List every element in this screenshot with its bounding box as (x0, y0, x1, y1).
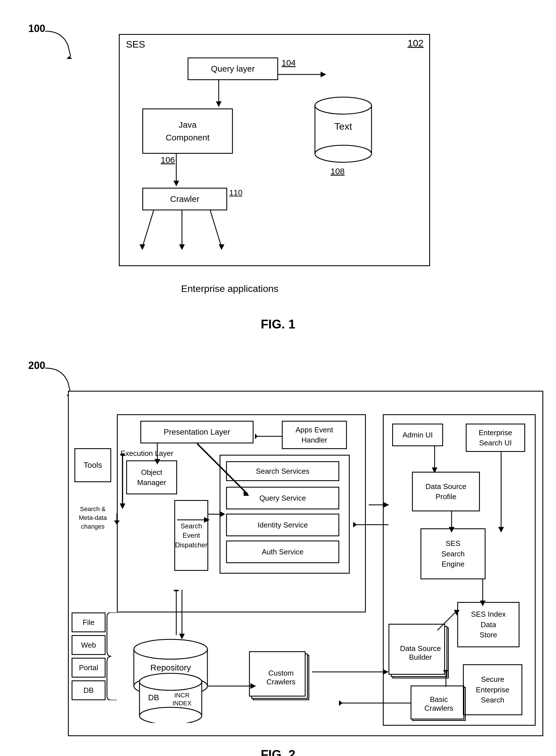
ref-110-label: 110 (229, 188, 242, 197)
arrow-200-icon (28, 360, 74, 405)
basic-crawlers-text: BasicCrawlers (424, 695, 454, 713)
arrow-obj-sed-icon (177, 514, 211, 526)
arrow-100-icon (28, 23, 74, 68)
arrow-esui-ses-icon (490, 452, 513, 534)
svg-point-6 (315, 97, 372, 114)
arrow-repo-exec-icon (165, 590, 187, 641)
enterprise-search-ui-text: EnterpriseSearch UI (479, 428, 513, 448)
text-cylinder-icon: Text (312, 94, 374, 165)
svg-text:DB: DB (148, 693, 159, 702)
fig1-caption: FIG. 1 (11, 317, 545, 331)
fig2-outer-box: Tools Search &Meta-datachanges File Web … (68, 391, 543, 736)
admin-ui-text: Admin UI (403, 431, 433, 439)
auth-service-box: Auth Service (226, 540, 339, 563)
ses-label: SES (126, 39, 145, 50)
arrow-basic-dsb-icon (435, 670, 457, 690)
search-meta-text: Search &Meta-datachanges (79, 505, 107, 530)
svg-marker-51 (120, 454, 125, 455)
java-component-text: Java (178, 118, 196, 131)
svg-marker-16 (219, 244, 224, 250)
apps-event-handler-text: Apps EventHandler (296, 425, 333, 446)
portal-text: Portal (79, 663, 98, 672)
right-section-box: Admin UI EnterpriseSearch UI Data Source… (383, 414, 535, 726)
diag-arrow-icon (197, 443, 253, 500)
search-services-text: Search Services (256, 467, 309, 476)
svg-marker-10 (173, 180, 179, 186)
search-event-dispatcher-box: SearchEventDispatcher (174, 500, 208, 571)
crawler-box: Crawler (142, 188, 227, 210)
data-source-profile-text: Data SourceProfile (425, 481, 466, 502)
java-component-box: Java Component (142, 108, 233, 154)
arrow-dsp-ses-icon (440, 512, 463, 534)
auth-service-text: Auth Service (262, 548, 303, 556)
svg-marker-56 (173, 590, 179, 591)
secure-enterprise-search-text: SecureEnterpriseSearch (476, 674, 510, 705)
portal-box: Portal (72, 658, 106, 678)
db-incr-cylinder-icon: DB INCR INDEX (137, 672, 205, 723)
arrow-query-java-icon (207, 80, 230, 108)
search-meta-label: Search &Meta-datachanges (72, 505, 114, 531)
svg-marker-21 (154, 459, 160, 465)
svg-marker-0 (67, 56, 72, 59)
apps-event-handler-box: Apps EventHandler (282, 421, 347, 449)
svg-text:INDEX: INDEX (172, 700, 192, 707)
arrow-sed-services-icon (208, 508, 225, 520)
web-box: Web (72, 635, 106, 655)
svg-point-7 (315, 145, 372, 162)
svg-line-46 (438, 611, 457, 630)
svg-marker-2 (216, 101, 221, 107)
ses-search-engine-box: SESSearchEngine (420, 528, 486, 579)
svg-line-15 (210, 210, 221, 247)
svg-marker-41 (498, 527, 504, 533)
ses-index-data-store-box: SES IndexDataStore (457, 602, 520, 647)
arrow-java-crawler-icon (165, 154, 187, 188)
custom-crawlers-text: CustomCrawlers (267, 669, 296, 686)
query-layer-text: Query layer (211, 64, 255, 74)
custom-crawlers-box: CustomCrawlers (253, 655, 309, 700)
arrow-db-custom-icon (207, 681, 258, 692)
arrow-ses-identity-icon (352, 519, 391, 530)
ses-index-data-store-text: SES IndexDataStore (471, 609, 506, 640)
arrow-adminui-dsp-icon (423, 446, 446, 474)
arrow-query-text-icon (278, 66, 335, 83)
svg-text:Repository: Repository (150, 663, 191, 672)
enterprise-search-ui-box: EnterpriseSearch UI (466, 424, 525, 452)
object-manager-text: ObjectManager (137, 467, 166, 488)
svg-text:INCR: INCR (174, 692, 189, 699)
data-source-builder-text: Data SourceBuilder (400, 644, 441, 662)
java-component-text2: Component (166, 131, 209, 144)
svg-point-33 (139, 673, 202, 690)
query-layer-box: Query layer (187, 58, 278, 80)
file-text: File (82, 618, 95, 627)
svg-marker-62 (383, 502, 389, 508)
enterprise-apps-label: Enterprise applications (181, 283, 278, 294)
execution-area-box: Presentation Layer Apps EventHandler Exe… (117, 414, 366, 613)
crawler-text: Crawler (170, 194, 199, 204)
arrow-tools-meta-icon (111, 454, 134, 511)
arrow-pres-obj-icon (146, 443, 169, 466)
svg-marker-25 (220, 512, 225, 517)
query-service-text: Query Service (259, 494, 306, 502)
arrow-basic-to-dsb-icon (338, 697, 417, 709)
svg-marker-60 (383, 669, 388, 675)
identity-service-text: Identity Service (257, 521, 308, 529)
svg-line-11 (142, 210, 154, 247)
arrow-apps-pres-icon (253, 431, 285, 442)
ref-108-label: 108 (331, 166, 345, 176)
secure-enterprise-search-box: SecureEnterpriseSearch (463, 664, 522, 715)
svg-marker-19 (255, 433, 258, 439)
svg-marker-58 (179, 634, 185, 639)
svg-marker-4 (321, 72, 326, 77)
svg-point-34 (139, 707, 202, 723)
svg-marker-14 (179, 244, 185, 250)
web-text: Web (81, 641, 96, 650)
arrow-services-ses-icon (369, 499, 391, 511)
crawler-arrows-icon (137, 210, 227, 267)
admin-ui-box: Admin UI (392, 424, 443, 446)
svg-marker-27 (244, 490, 249, 496)
tools-text: Tools (83, 461, 102, 470)
arrow-meta-exec-icon (113, 513, 121, 525)
data-source-profile-box: Data SourceProfile (412, 472, 480, 512)
svg-text:Text: Text (335, 121, 352, 132)
svg-marker-39 (432, 467, 438, 473)
